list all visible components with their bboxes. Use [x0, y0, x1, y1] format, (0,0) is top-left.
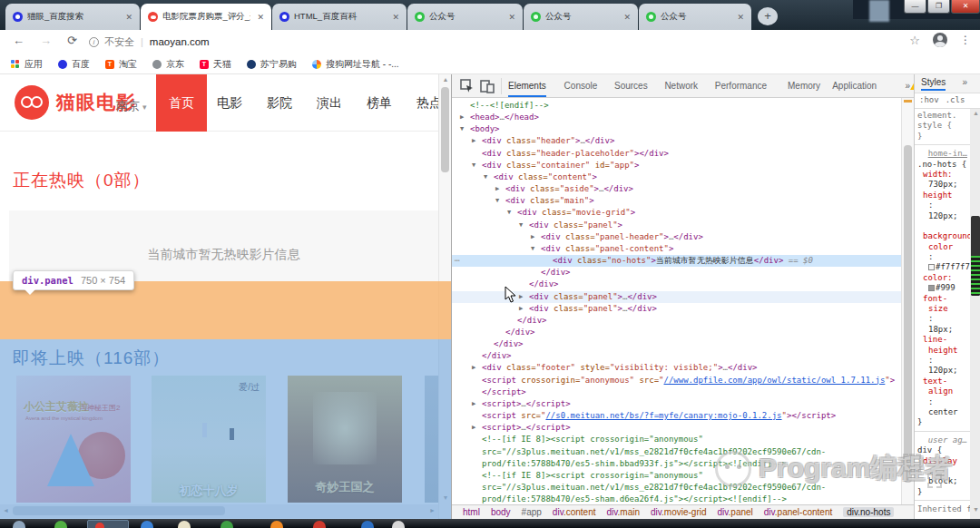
breadcrumb-item[interactable]: div.panel: [718, 507, 753, 517]
elements-scroll-thumb[interactable]: [904, 145, 912, 483]
breadcrumb-item[interactable]: html: [463, 507, 480, 517]
expand-arrow-icon[interactable]: ▶: [472, 362, 475, 374]
style-rule-line[interactable]: align: [915, 386, 970, 396]
dom-tree-line[interactable]: ⋯<div class="no-hots">当前城市暂无热映影片信息</div>…: [452, 255, 901, 267]
dom-tree-line[interactable]: ▼<div class="content">: [452, 171, 901, 183]
styles-more-tabs[interactable]: »: [962, 77, 967, 87]
style-rule-line[interactable]: Inherited fr: [915, 504, 970, 514]
bookmark-star-icon[interactable]: ☆: [909, 34, 920, 47]
style-rule-line[interactable]: :: [915, 252, 970, 262]
tab-network[interactable]: Network: [664, 74, 698, 97]
tab-close-icon[interactable]: ✕: [735, 12, 746, 23]
dom-tree-line[interactable]: </div>: [452, 315, 901, 327]
dom-tree-line[interactable]: ▶<div class="panel-header">…</div>: [452, 231, 901, 243]
app-green-2[interactable]: [220, 521, 233, 528]
tab-performance[interactable]: Performance: [715, 74, 767, 97]
style-rule-line[interactable]: display: [915, 456, 970, 466]
refresh-button[interactable]: ⟳: [67, 34, 77, 47]
breadcrumb-item[interactable]: #app: [522, 507, 542, 517]
tab-close-icon[interactable]: ✕: [390, 12, 401, 23]
expand-arrow-icon[interactable]: ▶: [460, 112, 464, 123]
style-rule-line[interactable]: #f7f7f7: [915, 262, 970, 272]
style-rule-line[interactable]: }: [915, 132, 970, 142]
ie-icon[interactable]: [141, 521, 153, 528]
site-nav-首页[interactable]: 首页: [156, 74, 207, 132]
new-tab-button[interactable]: +: [758, 7, 778, 25]
styles-scrollbar[interactable]: ▲ ▼: [970, 109, 980, 519]
style-rule-line[interactable]: user ag…: [915, 435, 970, 445]
styles-filter-bar[interactable]: :hov.cls: [915, 93, 980, 109]
hov-filter[interactable]: :hov: [919, 95, 939, 104]
app-orange[interactable]: [270, 521, 283, 528]
browser-tab[interactable]: 猫眼_百度搜索✕: [5, 4, 140, 30]
start-orb[interactable]: [13, 521, 25, 528]
style-rule-line[interactable]: :: [915, 200, 970, 210]
url-text[interactable]: maoyan.com: [150, 36, 210, 47]
dom-tree-line[interactable]: <script crossorigin="anonymous" src="//w…: [452, 375, 901, 386]
style-rule-line[interactable]: font-: [915, 294, 970, 304]
back-button[interactable]: ←: [13, 34, 24, 47]
tab-close-icon[interactable]: ✕: [255, 12, 266, 23]
restore-button[interactable]: ❐: [927, 0, 950, 14]
dom-tree-line[interactable]: src="//s3plus.meituan.net/v1/mss_e2821d7…: [452, 446, 901, 458]
breadcrumb-item[interactable]: div.main: [606, 507, 640, 517]
style-rule-line[interactable]: text-: [915, 376, 970, 386]
style-rule-line[interactable]: 120px;: [915, 211, 970, 221]
tab-styles[interactable]: Styles: [921, 77, 946, 87]
style-rule-line[interactable]: home-in…: [915, 149, 970, 159]
expand-arrow-icon[interactable]: ▶: [531, 231, 534, 243]
minimize-button[interactable]: —: [904, 0, 926, 14]
style-rule-line[interactable]: element.: [915, 111, 970, 121]
explorer-icon[interactable]: [178, 521, 191, 528]
style-rule-line[interactable]: center: [915, 407, 970, 417]
style-rule-line[interactable]: background-: [915, 231, 970, 241]
site-nav-榜单[interactable]: 榜单: [366, 74, 393, 132]
style-rule-line[interactable]: height: [915, 191, 970, 200]
bookmark-sogou[interactable]: 搜狗网址导航 - -...: [312, 58, 399, 71]
tab-application[interactable]: Application: [832, 74, 877, 97]
color-swatch[interactable]: [928, 264, 935, 270]
dom-tree-line[interactable]: ▶<head>…</head>: [452, 112, 901, 123]
styles-scroll-up-icon[interactable]: ▲: [970, 110, 980, 116]
site-nav-演出[interactable]: 演出: [316, 74, 343, 132]
style-rule-line[interactable]: color: [915, 242, 970, 252]
browser-tab[interactable]: 公众号✕: [524, 4, 638, 30]
elements-scrollbar[interactable]: [901, 98, 914, 504]
collapse-arrow-icon[interactable]: ▼: [507, 207, 511, 219]
app-light[interactable]: [392, 521, 405, 528]
style-rule-line[interactable]: #999: [915, 283, 970, 293]
dom-tree-line[interactable]: </div>: [452, 267, 901, 279]
style-rule-line[interactable]: :: [915, 356, 970, 366]
style-rule-line[interactable]: line-: [915, 335, 970, 345]
dom-tree-line[interactable]: src="//s3plus.meituan.net/v1/mss_e2821d7…: [452, 482, 901, 494]
expand-arrow-icon[interactable]: ▶: [472, 398, 475, 410]
style-rule-line[interactable]: color:: [915, 273, 970, 283]
expand-arrow-icon[interactable]: ▶: [495, 183, 499, 195]
avatar[interactable]: [933, 33, 947, 47]
vscroll-thumb[interactable]: [441, 87, 449, 172]
style-rule-line[interactable]: block;: [915, 476, 970, 486]
dom-tree-line[interactable]: <!--[if IE 8]><script crossorigin="anony…: [452, 434, 901, 445]
scroll-up-icon[interactable]: ▲: [439, 76, 451, 83]
style-rule-line[interactable]: :: [915, 397, 970, 407]
tab-console[interactable]: Console: [564, 74, 598, 97]
dom-tree-line[interactable]: </div>: [452, 350, 901, 362]
style-rule-line[interactable]: [915, 221, 970, 231]
browser-tab[interactable]: 公众号✕: [407, 4, 523, 30]
style-rule-line[interactable]: 18px;: [915, 325, 970, 335]
style-rule-line[interactable]: width:: [915, 170, 970, 180]
app-green[interactable]: [54, 521, 67, 528]
close-window-button[interactable]: ✕: [951, 0, 980, 14]
style-rule-line[interactable]: 120px;: [915, 366, 970, 376]
app-blue[interactable]: [361, 521, 374, 528]
dom-tree-line[interactable]: ▼<div class="panel-content">: [452, 243, 901, 255]
dom-tree-line[interactable]: ▼<div class="container" id="app">: [452, 160, 901, 171]
site-nav-电影[interactable]: 电影: [216, 74, 243, 132]
tab-elements[interactable]: Elements: [508, 74, 546, 97]
collapse-arrow-icon[interactable]: ▼: [531, 243, 534, 255]
collapse-arrow-icon[interactable]: ▼: [484, 171, 487, 183]
dom-tree-line[interactable]: <div class="header-placeholder"></div>: [452, 148, 901, 160]
dom-tree-line[interactable]: ▶<div class="header">…</div>: [452, 135, 901, 147]
cls-filter[interactable]: .cls: [946, 95, 965, 104]
browser-menu-icon[interactable]: ⋮: [960, 34, 971, 46]
